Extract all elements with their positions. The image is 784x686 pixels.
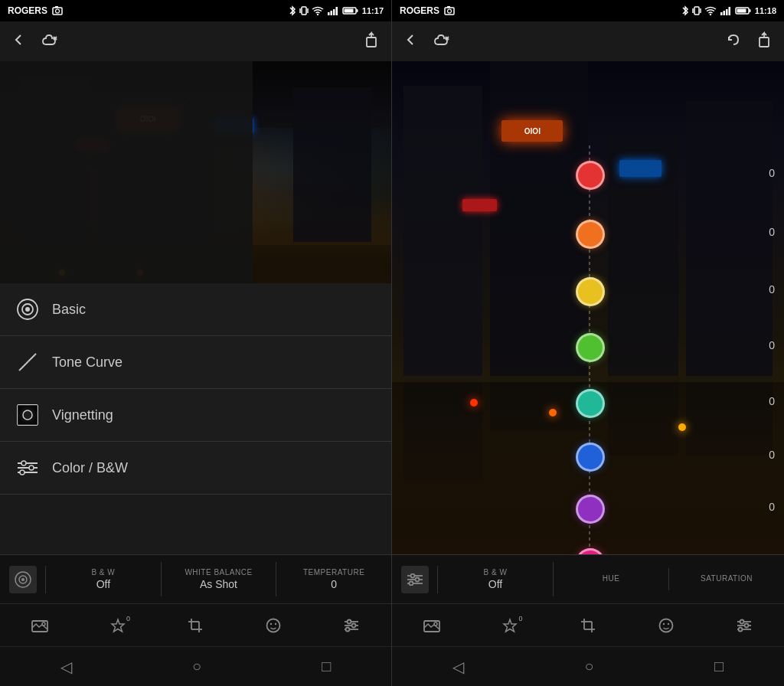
dot-purple[interactable] [576,495,605,524]
bw-value-right: Off [488,578,502,590]
info-cell-hue-right[interactable]: HUE [554,568,669,590]
menu-item-vignetting[interactable]: Vignetting [0,389,391,442]
svg-point-74 [409,581,413,585]
svg-rect-7 [328,12,330,15]
phone-back-left[interactable]: ◁ [60,658,72,676]
svg-rect-60 [728,7,730,15]
phone-home-left[interactable]: ○ [192,658,201,675]
time-left: 11:17 [362,6,384,15]
phone-nav-right: ◁ ○ □ [392,646,784,686]
back-button-left[interactable] [12,33,26,51]
back-button-right[interactable] [404,33,418,51]
svg-point-73 [415,577,419,581]
bluetooth-icon-right [681,5,689,16]
menu-list: Basic Tone Curve [0,283,391,495]
svg-rect-12 [344,9,353,13]
nav-face-left[interactable] [266,618,281,633]
svg-rect-9 [333,9,335,15]
phone-recent-left[interactable]: □ [322,658,331,675]
menu-item-basic[interactable]: Basic [0,283,391,336]
dot-purple-value: 0 [769,501,775,513]
svg-point-48 [352,623,356,627]
photo-right: OIOI 0 0 [392,61,784,554]
nav-photos-right[interactable] [423,619,440,632]
photo-left: OIOI [0,61,391,283]
cloud-button-left[interactable] [41,32,61,51]
menu-item-tone-curve[interactable]: Tone Curve [0,336,391,389]
svg-rect-16 [367,38,376,47]
share-button-right[interactable] [756,31,772,52]
temp-label-left: TEMPERATURE [303,568,364,577]
dot-magenta[interactable] [576,548,605,554]
info-cell-temp-left[interactable]: TEMPERATURE 0 [276,562,391,596]
dot-yellow[interactable] [576,277,605,306]
svg-rect-50 [445,8,454,15]
left-panel: ROGERS [0,0,392,686]
wb-label-left: WHITE BALANCE [185,568,252,577]
wifi-icon-right [704,6,717,15]
svg-point-47 [348,619,351,623]
dot-orange-value: 0 [769,226,775,238]
dot-red[interactable] [576,161,605,190]
dot-teal-value: 0 [769,395,775,407]
status-right-left: 11:17 [289,5,384,16]
svg-rect-3 [302,7,306,15]
svg-rect-52 [447,6,450,8]
basic-icon [15,297,40,322]
star-badge-right: 0 [518,615,522,622]
dot-teal[interactable] [576,389,605,418]
camera-status-icon-left [52,6,64,15]
nav-adjust-right[interactable] [736,619,753,632]
nav-star-left[interactable]: 0 [110,618,126,633]
sat-label-right: SATURATION [701,574,753,583]
signal-icon-left [327,6,339,15]
menu-overlay [0,61,253,283]
svg-rect-23 [18,405,38,425]
svg-point-84 [667,622,668,624]
nav-crop-left[interactable] [188,618,203,633]
vibrate-icon-right [692,5,701,16]
toolbar-left [0,21,391,61]
menu-item-vignetting-label: Vignetting [52,407,113,423]
dots-line [392,61,784,554]
svg-rect-63 [749,9,750,12]
bluetooth-icon-left [289,5,296,16]
phone-recent-right[interactable]: □ [714,658,724,675]
nav-adjust-left[interactable] [343,619,360,632]
camera-status-icon-right [444,6,456,15]
battery-icon-right [735,6,752,15]
dot-green[interactable] [576,333,605,362]
phone-back-right[interactable]: ◁ [452,658,464,676]
svg-point-20 [25,307,30,312]
svg-rect-57 [720,12,723,15]
undo-button-right[interactable] [726,32,741,51]
menu-item-color-bw[interactable]: Color / B&W [0,442,391,495]
nav-star-right[interactable]: 0 [502,618,518,633]
share-button-left[interactable] [364,31,379,52]
info-bar-right: B & W Off HUE SATURATION [392,554,784,603]
nav-face-right[interactable] [658,618,674,633]
info-cell-wb-left[interactable]: WHITE BALANCE As Shot [162,562,277,596]
bw-label-left: B & W [91,568,115,577]
svg-point-56 [710,14,711,15]
svg-rect-62 [737,9,746,13]
carrier-right: ROGERS [400,5,439,16]
nav-photos-left[interactable] [31,619,48,632]
bottom-nav-right: 0 [392,603,784,646]
cloud-button-right[interactable] [433,32,453,51]
svg-point-29 [29,466,34,470]
svg-rect-59 [726,9,728,15]
svg-point-41 [266,619,279,632]
info-cell-bw-left[interactable]: B & W Off [46,562,162,596]
phone-home-right[interactable]: ○ [584,658,593,675]
info-cell-bw-right[interactable]: B & W Off [438,562,554,596]
info-cell-sat-right[interactable]: SATURATION [669,568,784,590]
nav-crop-right[interactable] [580,618,596,633]
svg-point-51 [448,9,452,13]
svg-point-82 [659,619,672,632]
dot-orange[interactable] [576,220,605,249]
dot-red-value: 0 [769,167,775,179]
toolbar-right [392,21,784,61]
right-panel: ROGERS [392,0,784,686]
dot-blue[interactable] [576,443,605,472]
